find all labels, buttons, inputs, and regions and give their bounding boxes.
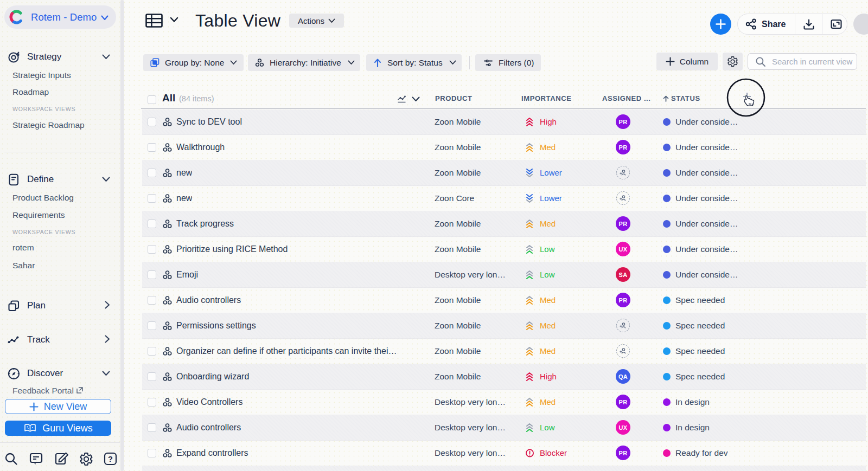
svg-text:?: ? (108, 455, 113, 463)
